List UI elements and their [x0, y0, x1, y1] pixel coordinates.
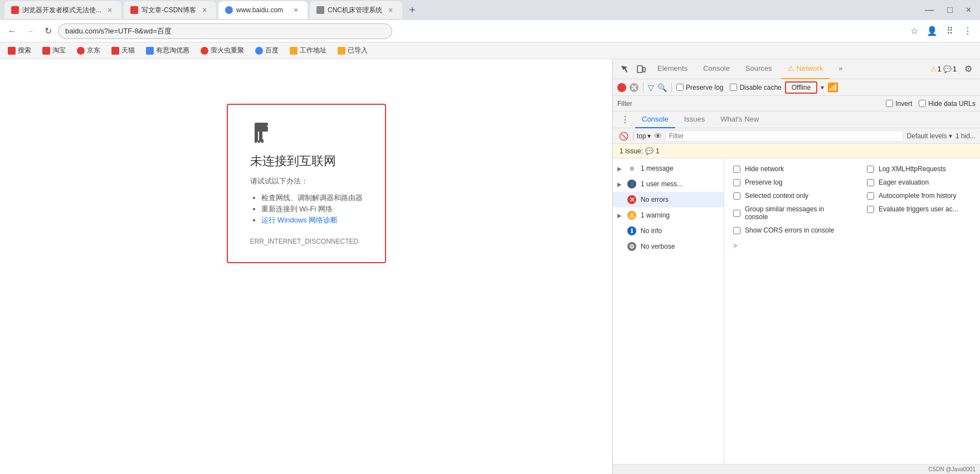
console-filter-input[interactable] — [665, 130, 904, 142]
error-step-3[interactable]: 运行 Windows 网络诊断 — [261, 215, 363, 225]
console-dots[interactable]: ⋮ — [617, 114, 633, 125]
maximize-button[interactable]: □ — [943, 4, 957, 16]
show-cors-checkbox[interactable] — [733, 227, 740, 234]
tab-close-2[interactable]: × — [199, 5, 209, 15]
autocomplete-checkbox[interactable] — [867, 192, 874, 200]
menu-button[interactable]: ⋮ — [960, 23, 976, 39]
opt-selected-context[interactable]: Selected context only — [733, 192, 845, 200]
list-item-errors[interactable]: ✕ No errors — [613, 192, 724, 207]
evaluate-triggers-checkbox[interactable] — [867, 206, 874, 213]
new-tab-button[interactable]: + — [404, 2, 420, 18]
tab-sources[interactable]: Sources — [739, 59, 779, 79]
bookmark-label-baidu: 百度 — [265, 46, 279, 55]
hide-data-urls-label[interactable]: Hide data URLs — [919, 100, 976, 108]
search-icon[interactable]: 🔍 — [657, 83, 667, 92]
tab-console[interactable]: Console — [696, 59, 737, 79]
filter-options: Invert Hide data URLs — [886, 100, 976, 108]
list-item-info[interactable]: ℹ No info — [613, 223, 724, 239]
bookmark-search[interactable]: 搜索 — [4, 45, 35, 56]
context-selector[interactable]: top ▾ — [637, 132, 651, 140]
throttle-dropdown[interactable]: ▾ — [821, 84, 824, 91]
tab-network[interactable]: ⚠ Network — [781, 59, 830, 79]
forward-button[interactable]: → — [22, 23, 38, 39]
preserve-log-opt-checkbox[interactable] — [733, 179, 740, 186]
extensions-button[interactable]: ⠿ — [942, 23, 958, 39]
preserve-log-label[interactable]: Preserve log — [676, 84, 723, 91]
live-expressions-button[interactable]: 👁 — [654, 132, 662, 141]
bookmark-youhui[interactable]: 有思淘优惠 — [143, 45, 193, 56]
disable-cache-checkbox[interactable] — [730, 84, 737, 91]
reload-button[interactable]: ↻ — [40, 23, 56, 39]
tab-elements-label: Elements — [657, 64, 688, 72]
invert-checkbox[interactable] — [886, 100, 893, 107]
inspect-element-button[interactable] — [617, 62, 632, 76]
bookmark-jd[interactable]: 京东 — [74, 45, 104, 56]
group-similar-checkbox[interactable] — [733, 210, 740, 217]
list-item-verbose[interactable]: ⚙ No verbose — [613, 239, 724, 254]
profile-button[interactable]: 👤 — [924, 23, 940, 39]
hidden-count: 1 hid... — [955, 132, 976, 140]
dc-tab-issues[interactable]: Issues — [677, 112, 712, 128]
preserve-log-checkbox[interactable] — [676, 84, 684, 91]
error-icon: ✕ — [627, 195, 636, 204]
dc-tab-whatsnew[interactable]: What's New — [714, 112, 766, 128]
opt-hide-network[interactable]: Hide network — [733, 165, 845, 173]
selected-context-checkbox[interactable] — [733, 192, 740, 200]
tab-csdn[interactable]: 写文章-CSDN博客 × — [124, 1, 216, 19]
tab-close-3[interactable]: × — [291, 5, 301, 15]
opt-autocomplete[interactable]: Autocomplete from history — [867, 192, 978, 200]
selected-context-label: Selected context only — [745, 192, 808, 200]
devtools-settings-button[interactable]: ⚙ — [961, 62, 976, 76]
record-button[interactable] — [617, 83, 626, 92]
list-item-usermsg[interactable]: ▶ 👤 1 user mess... — [613, 176, 724, 192]
disable-cache-label[interactable]: Disable cache — [730, 84, 781, 91]
opt-show-cors[interactable]: Show CORS errors in console — [733, 226, 845, 234]
offline-button[interactable]: Offline — [785, 81, 817, 94]
address-bar[interactable]: baidu.com/s?ie=UTF-8&wd=百度 — [58, 23, 392, 39]
expand-more-button[interactable]: > — [733, 242, 845, 250]
bookmark-tmall[interactable]: 天猫 — [108, 45, 138, 56]
invert-label[interactable]: Invert — [886, 100, 912, 108]
list-item-messages[interactable]: ▶ ≡ 1 message — [613, 161, 724, 176]
bookmark-baidu[interactable]: 百度 — [252, 45, 282, 56]
error-title: 未连接到互联网 — [250, 153, 363, 170]
hide-data-urls-checkbox[interactable] — [919, 100, 926, 107]
hide-network-checkbox[interactable] — [733, 166, 740, 173]
opt-eager-eval[interactable]: Eager evaluation — [867, 178, 978, 186]
list-icon-messages: ≡ — [627, 164, 636, 173]
msg-label-warning: 1 warning — [641, 211, 718, 219]
bookmark-button[interactable]: ☆ — [906, 23, 922, 39]
log-levels-dropdown[interactable]: Default levels ▾ — [907, 132, 952, 140]
close-button[interactable]: × — [962, 4, 976, 16]
bookmark-imported[interactable]: 已导入 — [334, 45, 371, 56]
bookmark-firefly[interactable]: 萤火虫重聚 — [197, 45, 247, 56]
opt-group-similar[interactable]: Group similar messages in console — [733, 205, 845, 221]
tab-more[interactable]: » — [832, 59, 849, 79]
bookmark-taobao[interactable]: 淘宝 — [39, 45, 69, 56]
log-xmlhttp-checkbox[interactable] — [867, 166, 874, 173]
eager-eval-checkbox[interactable] — [867, 179, 874, 186]
tab-baidu[interactable]: www.baidu.com × — [218, 1, 308, 19]
filter-input[interactable] — [637, 100, 886, 108]
clear-button[interactable] — [630, 83, 638, 92]
evaluate-triggers-label: Evaluate triggers user ac... — [879, 205, 958, 213]
list-item-warning[interactable]: ▶ ⚠ 1 warning — [613, 207, 724, 223]
chat-icon-issue: 💬 — [645, 147, 654, 155]
network-diag-link[interactable]: 运行 Windows 网络诊断 — [261, 216, 338, 224]
opt-evaluate-triggers[interactable]: Evaluate triggers user ac... — [867, 205, 978, 213]
tab-elements[interactable]: Elements — [651, 59, 694, 79]
tab-close-4[interactable]: × — [386, 5, 396, 15]
dc-tab-console[interactable]: Console — [635, 112, 675, 128]
opt-log-xmlhttp[interactable]: Log XMLHttpRequests — [867, 165, 978, 173]
minimize-button[interactable]: — — [920, 4, 938, 16]
clear-console-button[interactable]: 🚫 — [617, 130, 630, 142]
tab-close-1[interactable]: × — [105, 5, 115, 15]
devtools-tab-bar: Elements Console Sources ⚠ Network » ⚠ 1 — [613, 59, 980, 79]
tab-devtools[interactable]: 浏览器开发者模式无法使... × — [4, 1, 121, 19]
opt-preserve-log[interactable]: Preserve log — [733, 178, 845, 186]
bookmark-work[interactable]: 工作地址 — [286, 45, 330, 56]
filter-icon[interactable]: ▽ — [648, 83, 654, 92]
device-mode-button[interactable] — [634, 62, 649, 76]
back-button[interactable]: ← — [4, 23, 20, 39]
tab-cnc[interactable]: CNC机床管理系统 × — [310, 1, 402, 19]
